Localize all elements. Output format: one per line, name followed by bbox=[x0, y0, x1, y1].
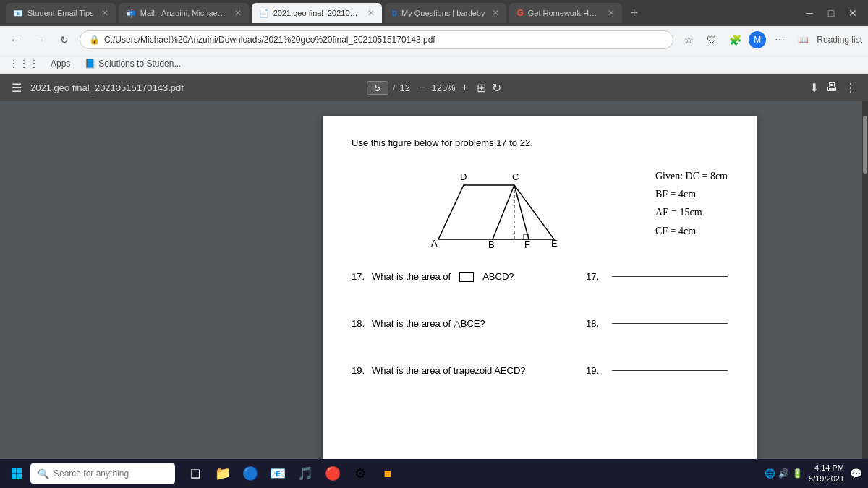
tab-chegg[interactable]: G Get Homework Help With Cheg... ✕ bbox=[509, 3, 621, 23]
given-info: Given: DC = 8cm BF = 4cm AE = 15cm CF = … bbox=[655, 160, 728, 254]
question-17: 17. What is the area of ABCD? 17. bbox=[352, 271, 728, 282]
reload-btn[interactable]: ↻ bbox=[55, 30, 74, 49]
q17-answer-prefix: 17. bbox=[586, 271, 599, 282]
browser-tabs-bar: 📧 Student Email Tips ✕ 📬 Mail - Anzuini,… bbox=[0, 0, 868, 26]
q19-answer-prefix: 19. bbox=[586, 365, 599, 376]
svg-rect-5 bbox=[12, 468, 17, 474]
system-tray: 🌐 🔊 🔋 bbox=[765, 468, 803, 479]
bookmark-solutions[interactable]: 📘 Solutions to Studen... bbox=[80, 57, 185, 70]
mail-icon: 📧 bbox=[270, 466, 286, 481]
label-e: E bbox=[551, 238, 558, 249]
given-ae: AE = 15cm bbox=[655, 207, 702, 218]
bookmark-star-btn[interactable]: ☆ bbox=[679, 30, 698, 49]
settings-btn[interactable]: ⚙ bbox=[349, 462, 372, 485]
question-18: 18. What is the area of △BCE? 18. bbox=[352, 318, 728, 329]
file-explorer-btn[interactable]: 📁 bbox=[211, 462, 234, 485]
edge-browser-btn[interactable]: 🔵 bbox=[239, 462, 262, 485]
chrome-btn[interactable]: 🔴 bbox=[321, 462, 344, 485]
svg-line-1 bbox=[493, 185, 514, 239]
bookmark-apps[interactable]: Apps bbox=[46, 57, 75, 70]
parallelogram-symbol bbox=[459, 272, 474, 282]
tab-icon: G bbox=[516, 8, 523, 18]
settings-dots-btn[interactable]: ⋯ bbox=[770, 30, 789, 49]
question-19-row: 19. What is the area of trapezoid AECD? … bbox=[352, 365, 728, 376]
tab-icon: 📄 bbox=[259, 9, 269, 18]
rotate-icon[interactable]: ↻ bbox=[492, 81, 501, 95]
taskbar-pinned-icons: ❑ 📁 🔵 📧 🎵 🔴 ⚙ ■ bbox=[184, 462, 399, 485]
taskbar-right: 🌐 🔊 🔋 4:14 PM 5/19/2021 💬 bbox=[765, 463, 862, 485]
network-icon: 🌐 bbox=[765, 468, 775, 479]
pdf-page-controls: 5 / 12 − 125% + ⊞ ↻ bbox=[367, 80, 501, 95]
figure-area: D C A B F E Given: DC = 8cm BF = 4cm AE … bbox=[352, 160, 728, 254]
page-total: 12 bbox=[400, 82, 410, 93]
shield-icon[interactable]: 🛡 bbox=[702, 30, 721, 49]
volume-icon: 🔊 bbox=[778, 468, 789, 479]
tab-student-email[interactable]: 📧 Student Email Tips ✕ bbox=[6, 3, 116, 23]
mail-btn[interactable]: 📧 bbox=[266, 462, 289, 485]
q19-answer-line bbox=[612, 370, 728, 371]
minimize-btn[interactable]: ─ bbox=[800, 4, 819, 22]
tab-close-btn[interactable]: ✕ bbox=[367, 8, 375, 18]
tab-icon: 📧 bbox=[13, 9, 23, 18]
notification-btn[interactable]: 💬 bbox=[850, 468, 862, 479]
bookmarks-bar: ⋮⋮⋮ Apps 📘 Solutions to Studen... bbox=[0, 53, 868, 74]
close-btn[interactable]: ✕ bbox=[843, 4, 862, 22]
q18-answer-prefix: 18. bbox=[586, 318, 599, 329]
spotify-btn[interactable]: 🎵 bbox=[294, 462, 317, 485]
windows-start-btn[interactable] bbox=[6, 463, 27, 484]
pdf-menu-icon[interactable]: ☰ bbox=[12, 81, 22, 95]
tab-pdf[interactable]: 📄 2021 geo final_20210515170143 ✕ bbox=[252, 3, 382, 23]
reading-list-btn[interactable]: 📖 bbox=[793, 30, 812, 49]
profile-avatar[interactable]: M bbox=[749, 31, 766, 48]
search-input[interactable] bbox=[54, 468, 162, 479]
given-cf: CF = 4cm bbox=[655, 226, 696, 236]
tab-icon: b bbox=[392, 8, 397, 18]
fit-page-icon[interactable]: ⊞ bbox=[477, 81, 486, 95]
q19-text: What is the area of trapezoid AECD? bbox=[372, 365, 525, 376]
extensions-btn[interactable]: 🧩 bbox=[726, 30, 744, 49]
scrollbar-thumb[interactable] bbox=[863, 116, 867, 174]
question-17-row: 17. What is the area of ABCD? 17. bbox=[352, 271, 728, 282]
zoom-in-btn[interactable]: + bbox=[459, 80, 471, 95]
svg-rect-6 bbox=[17, 468, 22, 474]
search-icon: 🔍 bbox=[38, 468, 49, 479]
more-icon[interactable]: ⋮ bbox=[845, 81, 856, 95]
nav-right-icons: ☆ 🛡 🧩 M ⋯ 📖 Reading list bbox=[679, 30, 862, 49]
pdf-container: Use this figure below for problems 17 to… bbox=[217, 101, 862, 488]
address-bar[interactable]: 🔒 C:/Users/Michael%20Anzuini/Downloads/2… bbox=[80, 30, 673, 49]
tab-outlook[interactable]: 📬 Mail - Anzuini, Michael - Outlook ✕ bbox=[119, 3, 249, 23]
address-text: C:/Users/Michael%20Anzuini/Downloads/202… bbox=[104, 35, 435, 45]
zoom-controls: − 125% + bbox=[416, 80, 471, 95]
new-tab-btn[interactable]: + bbox=[625, 4, 644, 22]
extra-icon: ■ bbox=[384, 466, 392, 481]
download-icon[interactable]: ⬇ bbox=[809, 81, 819, 95]
q17-shape-label: ABCD? bbox=[482, 271, 514, 282]
pdf-sidebar bbox=[0, 101, 217, 488]
tab-close-btn[interactable]: ✕ bbox=[492, 8, 499, 18]
given-handwritten: Given: DC = 8cm BF = 4cm AE = 15cm CF = … bbox=[655, 167, 728, 240]
solutions-icon: 📘 bbox=[85, 59, 95, 69]
forward-btn[interactable]: → bbox=[30, 30, 49, 49]
tab-close-btn[interactable]: ✕ bbox=[101, 8, 109, 18]
tab-close-btn[interactable]: ✕ bbox=[608, 8, 615, 18]
q18-text: What is the area of △BCE? bbox=[372, 318, 485, 329]
tab-bartleby[interactable]: b My Questions | bartleby ✕ bbox=[385, 3, 507, 23]
reading-list-label: Reading list bbox=[817, 35, 862, 45]
scrollbar[interactable] bbox=[862, 101, 868, 488]
pdf-filename: 2021 geo final_20210515170143.pdf bbox=[30, 82, 184, 93]
spotify-icon: 🎵 bbox=[297, 466, 313, 481]
pdf-instruction: Use this figure below for problems 17 to… bbox=[352, 137, 728, 148]
taskbar-search[interactable]: 🔍 bbox=[30, 463, 175, 484]
maximize-btn[interactable]: □ bbox=[822, 4, 841, 22]
print-icon[interactable]: 🖶 bbox=[826, 81, 838, 94]
task-view-btn[interactable]: ❑ bbox=[184, 462, 207, 485]
zoom-out-btn[interactable]: − bbox=[416, 80, 428, 95]
taskbar-extra-icon[interactable]: ■ bbox=[376, 462, 399, 485]
q17-number: 17. bbox=[352, 271, 365, 282]
settings-icon: ⚙ bbox=[354, 466, 366, 481]
back-btn[interactable]: ← bbox=[6, 30, 25, 49]
tab-label: Get Homework Help With Cheg... bbox=[528, 9, 600, 17]
q18-number: 18. bbox=[352, 318, 365, 329]
tab-close-btn[interactable]: ✕ bbox=[234, 8, 242, 18]
zoom-value: 125% bbox=[431, 82, 455, 93]
